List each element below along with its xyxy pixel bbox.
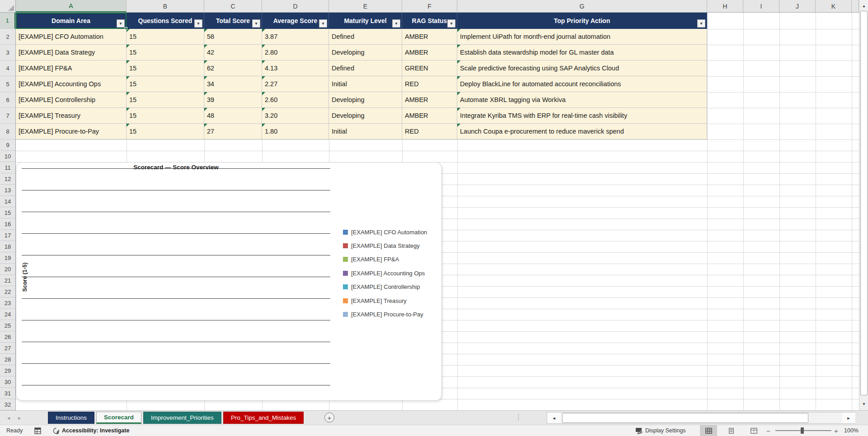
cell-B7[interactable]: 15 bbox=[127, 108, 204, 124]
cell-D5[interactable]: 2.27 bbox=[262, 76, 329, 92]
view-page-break-button[interactable] bbox=[745, 425, 762, 436]
cell-E3[interactable]: Developing bbox=[329, 45, 402, 60]
row-header-6[interactable]: 6 bbox=[0, 92, 15, 108]
scroll-left-button[interactable]: ◂ bbox=[547, 413, 561, 423]
row-header-25[interactable]: 25 bbox=[0, 320, 15, 331]
cell-D4[interactable]: 4.13 bbox=[262, 60, 329, 76]
view-page-layout-button[interactable] bbox=[723, 425, 740, 436]
column-header-J[interactable]: J bbox=[779, 0, 816, 12]
tab-pro_tips_and_mistakes[interactable]: Pro_Tips_and_Mistakes bbox=[223, 412, 304, 424]
zoom-in-button[interactable]: + bbox=[834, 425, 838, 436]
zoom-level-label[interactable]: 100% bbox=[844, 425, 859, 436]
cell-D3[interactable]: 2.80 bbox=[262, 45, 329, 60]
add-sheet-button[interactable]: + bbox=[324, 413, 334, 422]
cell-F3[interactable]: AMBER bbox=[402, 45, 457, 60]
row-header-10[interactable]: 10 bbox=[0, 151, 15, 162]
cell-C7[interactable]: 48 bbox=[204, 108, 262, 124]
column-header-A[interactable]: A bbox=[16, 0, 127, 12]
cell-A8[interactable]: [EXAMPLE] Procure-to-Pay bbox=[16, 124, 127, 139]
cell-E5[interactable]: Initial bbox=[329, 76, 402, 92]
filter-button[interactable]: ▾ bbox=[697, 19, 705, 28]
row-header-15[interactable]: 15 bbox=[0, 207, 15, 218]
row-header-22[interactable]: 22 bbox=[0, 286, 15, 297]
row-header-5[interactable]: 5 bbox=[0, 76, 15, 92]
cell-G6[interactable]: Automate XBRL tagging via Workiva bbox=[457, 92, 707, 108]
macro-record-icon[interactable] bbox=[34, 425, 41, 436]
row-header-8[interactable]: 8 bbox=[0, 124, 15, 139]
row-header-21[interactable]: 21 bbox=[0, 275, 15, 286]
view-normal-button[interactable] bbox=[700, 425, 717, 436]
display-settings-icon[interactable] bbox=[635, 425, 643, 436]
cell-D2[interactable]: 3.87 bbox=[262, 29, 329, 45]
column-header-C[interactable]: C bbox=[204, 0, 262, 12]
tab-improvement_priorities[interactable]: Improvement_Priorities bbox=[143, 412, 221, 424]
legend-item[interactable]: [EXAMPLE] FP&A bbox=[343, 256, 399, 263]
cell-B2[interactable]: 15 bbox=[127, 29, 204, 45]
cell-G2[interactable]: Implement UiPath for month-end journal a… bbox=[457, 29, 707, 45]
horizontal-scrollbar[interactable]: ◂ ▸ bbox=[547, 412, 855, 424]
cell-B3[interactable]: 15 bbox=[127, 45, 204, 60]
row-header-13[interactable]: 13 bbox=[0, 185, 15, 196]
legend-item[interactable]: [EXAMPLE] Controllership bbox=[343, 284, 420, 290]
horizontal-scroll-thumb[interactable] bbox=[562, 413, 808, 423]
cell-C3[interactable]: 42 bbox=[204, 45, 262, 60]
filter-button[interactable]: ▾ bbox=[319, 19, 327, 28]
zoom-slider-thumb[interactable] bbox=[801, 427, 804, 434]
vertical-scrollbar[interactable]: ▴ ▾ bbox=[859, 0, 868, 410]
legend-item[interactable]: [EXAMPLE] Accounting Ops bbox=[343, 270, 425, 276]
cell-D7[interactable]: 3.20 bbox=[262, 108, 329, 124]
vertical-scroll-thumb[interactable] bbox=[860, 11, 868, 395]
display-settings-label[interactable]: Display Settings bbox=[645, 425, 686, 436]
cell-C6[interactable]: 39 bbox=[204, 92, 262, 108]
cell-E6[interactable]: Developing bbox=[329, 92, 402, 108]
legend-item[interactable]: [EXAMPLE] Treasury bbox=[343, 297, 407, 304]
cell-F6[interactable]: AMBER bbox=[402, 92, 457, 108]
scrollbar-grip-icon[interactable]: ⋮ bbox=[515, 413, 521, 421]
legend-item[interactable]: [EXAMPLE] Data Strategy bbox=[343, 242, 420, 249]
tab-nav-left-icon[interactable]: ◂ bbox=[7, 415, 10, 421]
column-header-G[interactable]: G bbox=[457, 0, 707, 12]
column-header-H[interactable]: H bbox=[707, 0, 743, 12]
filter-button[interactable]: ▾ bbox=[447, 19, 455, 28]
tab-instructions[interactable]: Instructions bbox=[48, 412, 94, 424]
cell-C8[interactable]: 27 bbox=[204, 124, 262, 139]
row-header-2[interactable]: 2 bbox=[0, 29, 15, 45]
cell-B4[interactable]: 15 bbox=[127, 60, 204, 76]
cell-C5[interactable]: 34 bbox=[204, 76, 262, 92]
cell-D8[interactable]: 1.80 bbox=[262, 124, 329, 139]
row-header-16[interactable]: 16 bbox=[0, 218, 15, 230]
row-header-29[interactable]: 29 bbox=[0, 365, 15, 376]
row-header-28[interactable]: 28 bbox=[0, 354, 15, 365]
cell-A5[interactable]: [EXAMPLE] Accounting Ops bbox=[16, 76, 127, 92]
row-header-32[interactable]: 32 bbox=[0, 399, 15, 410]
cell-A2[interactable]: [EXAMPLE] CFO Automation bbox=[16, 29, 127, 45]
cell-A7[interactable]: [EXAMPLE] Treasury bbox=[16, 108, 127, 124]
scroll-down-button[interactable]: ▾ bbox=[860, 399, 868, 408]
row-header-26[interactable]: 26 bbox=[0, 331, 15, 343]
filter-button[interactable]: ▾ bbox=[194, 19, 202, 28]
zoom-out-button[interactable]: − bbox=[766, 425, 770, 436]
cell-G8[interactable]: Launch Coupa e-procurement to reduce mav… bbox=[457, 124, 707, 139]
row-header-14[interactable]: 14 bbox=[0, 196, 15, 207]
row-header-31[interactable]: 31 bbox=[0, 388, 15, 399]
cell-F2[interactable]: AMBER bbox=[402, 29, 457, 45]
row-header-17[interactable]: 17 bbox=[0, 230, 15, 241]
column-header-D[interactable]: D bbox=[262, 0, 329, 12]
row-header-30[interactable]: 30 bbox=[0, 376, 15, 388]
cell-C4[interactable]: 62 bbox=[204, 60, 262, 76]
cell-A4[interactable]: [EXAMPLE] FP&A bbox=[16, 60, 127, 76]
accessibility-status-label[interactable]: Accessibility: Investigate bbox=[62, 425, 129, 436]
cell-F8[interactable]: RED bbox=[402, 124, 457, 139]
row-header-23[interactable]: 23 bbox=[0, 297, 15, 309]
cell-G3[interactable]: Establish data stewardship model for GL … bbox=[457, 45, 707, 60]
cell-A3[interactable]: [EXAMPLE] Data Strategy bbox=[16, 45, 127, 60]
row-header-11[interactable]: 11 bbox=[0, 162, 15, 173]
cell-B8[interactable]: 15 bbox=[127, 124, 204, 139]
column-header-F[interactable]: F bbox=[402, 0, 457, 12]
row-header-9[interactable]: 9 bbox=[0, 139, 15, 151]
accessibility-icon[interactable] bbox=[52, 425, 60, 436]
filter-button[interactable]: ▾ bbox=[252, 19, 260, 28]
cell-E4[interactable]: Defined bbox=[329, 60, 402, 76]
tab-scorecard[interactable]: Scorecard bbox=[96, 412, 141, 424]
column-header-K[interactable]: K bbox=[816, 0, 852, 12]
